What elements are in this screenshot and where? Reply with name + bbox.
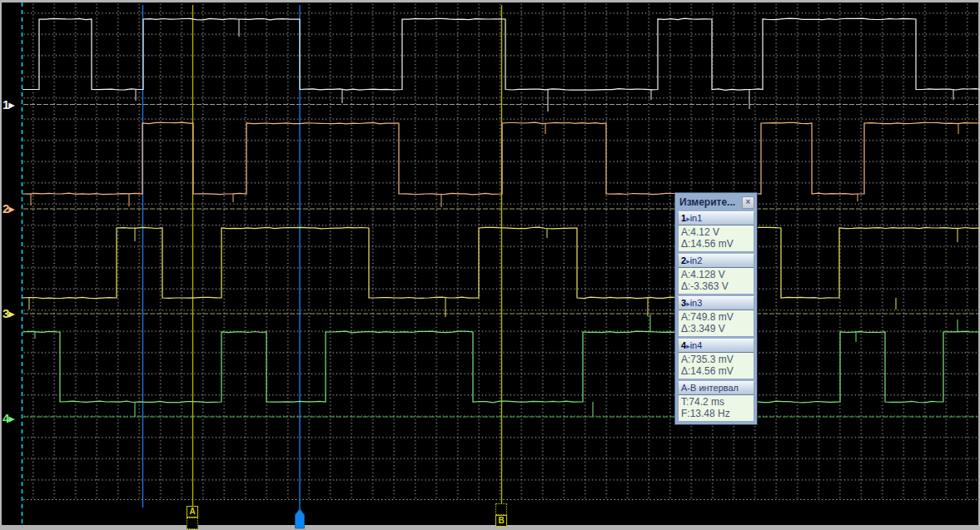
ab-frequency: F:13.48 Hz bbox=[681, 408, 751, 419]
cursor-b-slot[interactable] bbox=[495, 503, 507, 515]
cursor-a-handle[interactable]: A bbox=[187, 506, 198, 518]
cursor-b-handle[interactable]: B bbox=[495, 515, 507, 527]
trigger-flag-icon[interactable] bbox=[296, 509, 305, 529]
measurements-panel-title: Измерите... bbox=[679, 196, 735, 208]
in2-delta: Δ:-3.363 V bbox=[681, 280, 751, 292]
measure-header-ab-interval[interactable]: А-В интервал bbox=[678, 381, 754, 395]
in4-amplitude: A:735.3 mV bbox=[681, 354, 751, 365]
in3-delta: Δ:3.349 V bbox=[681, 323, 751, 334]
measure-header-in1[interactable]: 1▸in1 bbox=[678, 211, 754, 225]
oscilloscope-window: 1▸ 2▸ 3▸ 4▸ A B Измерите... × 1▸in1 A:4.… bbox=[0, 0, 980, 530]
measure-values-in3: A:749.8 mV Δ:3.349 V bbox=[678, 310, 754, 337]
in1-amplitude: A:4.12 V bbox=[681, 226, 751, 238]
channel-2-marker[interactable]: 2▸ bbox=[2, 201, 22, 216]
channel-4-marker[interactable]: 4▸ bbox=[2, 411, 22, 426]
in2-amplitude: A:4.128 V bbox=[681, 269, 751, 280]
measure-values-in4: A:735.3 mV Δ:14.56 mV bbox=[678, 353, 754, 379]
measure-header-in4[interactable]: 4▸in4 bbox=[678, 339, 754, 353]
measurements-panel-titlebar[interactable]: Измерите... × bbox=[678, 195, 754, 210]
channel-3-marker[interactable]: 3▸ bbox=[2, 306, 22, 321]
close-icon[interactable]: × bbox=[742, 196, 754, 209]
measure-header-in2[interactable]: 2▸in2 bbox=[678, 254, 754, 268]
cursor-a-slot[interactable] bbox=[187, 518, 198, 529]
measure-values-in2: A:4.128 V Δ:-3.363 V bbox=[678, 268, 754, 295]
in3-amplitude: A:749.8 mV bbox=[681, 311, 751, 323]
channel-1-marker[interactable]: 1▸ bbox=[2, 97, 22, 112]
waveform-canvas bbox=[0, 0, 980, 530]
in1-delta: Δ:14.56 mV bbox=[681, 238, 751, 250]
measure-header-in3[interactable]: 3▸in3 bbox=[678, 296, 754, 310]
in4-delta: Δ:14.56 mV bbox=[681, 365, 751, 377]
measure-values-in1: A:4.12 V Δ:14.56 mV bbox=[678, 225, 754, 252]
measure-values-ab-interval: T:74.2 ms F:13.48 Hz bbox=[678, 395, 754, 422]
measurements-panel: Измерите... × 1▸in1 A:4.12 V Δ:14.56 mV … bbox=[674, 192, 758, 425]
ab-period: T:74.2 ms bbox=[681, 396, 751, 408]
